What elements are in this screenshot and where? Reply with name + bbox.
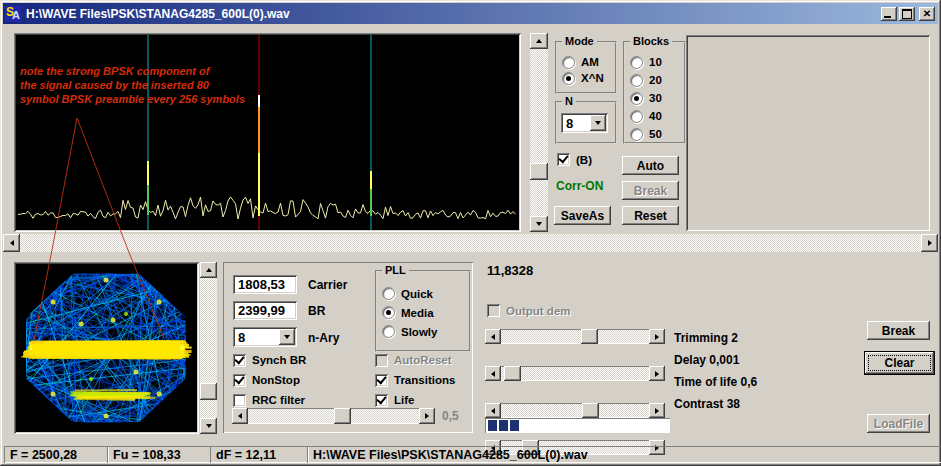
close-button[interactable]: ✕ <box>919 7 935 21</box>
scroll-track[interactable] <box>20 234 921 252</box>
nary-combo[interactable]: 8 <box>233 327 297 347</box>
break-analysis-button[interactable]: Break <box>622 181 679 200</box>
constellation-vertical-scrollbar[interactable] <box>200 262 217 434</box>
radio-media[interactable]: Media <box>382 303 467 322</box>
time-of-life-slider[interactable] <box>485 403 665 418</box>
scroll-track[interactable] <box>200 278 217 418</box>
slider-track[interactable] <box>501 403 649 418</box>
checkbox-box-icon <box>557 153 570 166</box>
scroll-up-button[interactable] <box>530 33 548 49</box>
radio-30[interactable]: 30 <box>630 89 682 107</box>
spectrum-horizontal-scrollbar[interactable] <box>3 234 938 252</box>
break-button[interactable]: Break <box>867 321 930 340</box>
slider-left-button[interactable] <box>485 329 501 344</box>
title-bar[interactable]: S A H:\WAVE Files\PSK\STANAG4285_600L(0)… <box>3 3 938 24</box>
arrow-left-icon <box>488 408 495 414</box>
checkbox-life[interactable]: Life <box>375 390 455 410</box>
slider-right-button[interactable] <box>649 366 665 381</box>
reset-button[interactable]: Reset <box>622 206 679 225</box>
checkmark-icon <box>376 393 386 404</box>
app-icon-letter-a: A <box>12 9 20 21</box>
arrow-left-icon <box>488 334 495 340</box>
scroll-up-button[interactable] <box>200 262 217 278</box>
slider-thumb[interactable] <box>581 329 598 344</box>
combo-value: 8 <box>561 116 590 131</box>
n-group: N 8 <box>555 101 617 144</box>
spectrum-vertical-scrollbar[interactable] <box>530 33 548 232</box>
output-dem-checkbox[interactable]: Output dem <box>487 304 571 317</box>
slider-thumb[interactable] <box>334 408 351 424</box>
slider-left-button[interactable] <box>485 403 501 418</box>
minimize-button[interactable] <box>881 7 897 21</box>
slider-left-button[interactable] <box>232 408 248 424</box>
arrow-left-icon <box>488 371 495 377</box>
radio-quick[interactable]: Quick <box>382 284 467 303</box>
slider-left-button[interactable] <box>485 366 501 381</box>
checkbox-autoreset[interactable]: AutoReset <box>375 350 455 370</box>
scroll-right-button[interactable] <box>921 234 938 252</box>
checkbox-label: NonStop <box>252 374 300 386</box>
carrier-input[interactable] <box>233 275 297 294</box>
saveas-button[interactable]: SaveAs <box>554 206 611 225</box>
maximize-button[interactable] <box>899 7 915 21</box>
radio-x-n[interactable]: X^N <box>562 70 613 86</box>
checkbox-synch-br[interactable]: Synch BR <box>233 350 306 370</box>
results-list[interactable] <box>686 35 930 231</box>
radio-50[interactable]: 50 <box>630 125 682 143</box>
clear-button[interactable]: Clear <box>864 351 935 375</box>
scroll-left-button[interactable] <box>3 234 20 252</box>
radio-slowly[interactable]: Slowly <box>382 322 467 341</box>
slider-thumb[interactable] <box>582 403 599 418</box>
n-combo[interactable]: 8 <box>561 113 608 133</box>
scroll-down-button[interactable] <box>530 216 548 232</box>
combo-dropdown-button[interactable] <box>590 115 606 131</box>
scroll-down-button[interactable] <box>200 418 217 434</box>
slider-track[interactable] <box>501 366 649 381</box>
pll-group-title: PLL <box>382 264 409 276</box>
slider-right-button[interactable] <box>649 403 665 418</box>
slider-thumb[interactable] <box>504 366 521 381</box>
radio-dot-icon <box>630 56 643 69</box>
scroll-track[interactable] <box>530 49 548 216</box>
checkmark-icon <box>558 153 568 164</box>
slider-right-button[interactable] <box>649 329 665 344</box>
speed-slider-value: 0,5 <box>442 409 459 423</box>
nary-label: n-Ary <box>308 331 339 345</box>
trimming-slider[interactable] <box>485 329 665 344</box>
speed-slider[interactable] <box>232 408 435 424</box>
loadfile-button[interactable]: LoadFile <box>867 414 930 433</box>
radio-label: 10 <box>649 56 662 68</box>
br-input[interactable] <box>233 301 297 320</box>
radio-am[interactable]: AM <box>562 54 613 70</box>
combo-dropdown-button[interactable] <box>279 329 295 345</box>
checkbox-rrc-filter[interactable]: RRC filter <box>233 390 306 410</box>
b-checkbox[interactable]: (B) <box>557 153 592 166</box>
radio-40[interactable]: 40 <box>630 107 682 125</box>
auto-button[interactable]: Auto <box>622 156 679 175</box>
status-fu: Fu = 108,33 <box>107 446 211 463</box>
constellation-display[interactable] <box>14 262 199 434</box>
arrow-up-icon <box>206 265 212 272</box>
measurement-readout: 11,8328 <box>487 263 533 278</box>
trimming-label: Trimming 2 <box>674 331 738 345</box>
radio-label: Slowly <box>401 326 437 338</box>
scroll-thumb[interactable] <box>530 163 548 180</box>
slider-right-button[interactable] <box>419 408 435 424</box>
checkbox-label: RRC filter <box>252 394 305 406</box>
spectrum-display[interactable]: note the strong BPSK component of the si… <box>14 33 521 232</box>
arrow-left-icon <box>7 240 14 246</box>
scroll-thumb[interactable] <box>200 383 217 400</box>
progress-segment <box>499 420 508 431</box>
checkbox-label: (B) <box>576 154 592 166</box>
radio-20[interactable]: 20 <box>630 71 682 89</box>
checkbox-label: Synch BR <box>252 354 306 366</box>
checkbox-box-icon <box>233 394 246 407</box>
arrow-right-icon <box>655 408 662 414</box>
slider-track[interactable] <box>501 329 649 344</box>
radio-label: 30 <box>649 92 662 104</box>
checkbox-transitions[interactable]: Transitions <box>375 370 455 390</box>
checkbox-box-icon <box>233 354 246 367</box>
radio-10[interactable]: 10 <box>630 53 682 71</box>
checkbox-nonstop[interactable]: NonStop <box>233 370 306 390</box>
delay-slider[interactable] <box>485 366 665 381</box>
